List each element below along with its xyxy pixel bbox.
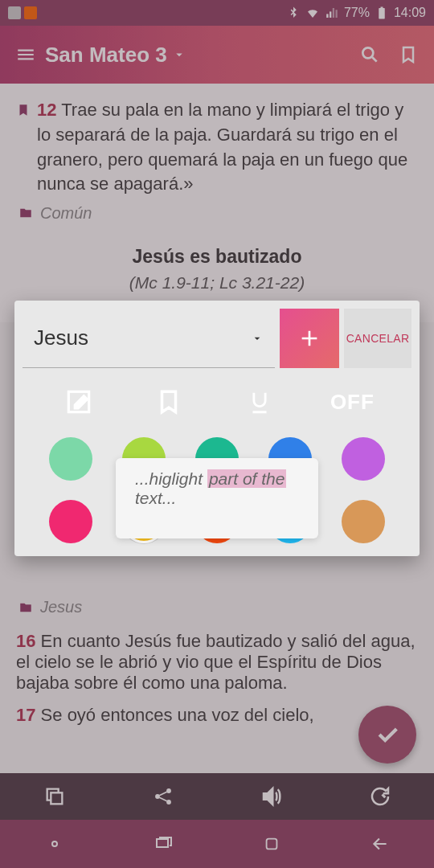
dropdown-value: Jesus — [34, 326, 88, 350]
tag-dropdown[interactable]: Jesus — [23, 309, 275, 368]
color-purple[interactable] — [342, 437, 385, 481]
color-tan[interactable] — [342, 500, 385, 543]
off-button[interactable]: OFF — [330, 390, 375, 415]
highlight-dialog: Jesus CANCELAR OFF ...higlight part of t… — [14, 301, 420, 556]
cancel-button[interactable]: CANCELAR — [344, 309, 411, 368]
note-button[interactable] — [59, 383, 98, 421]
chevron-down-icon — [251, 332, 264, 345]
bookmark-tool-button[interactable] — [149, 383, 188, 421]
add-button[interactable] — [280, 309, 339, 368]
color-mint[interactable] — [49, 437, 92, 481]
plus-icon — [297, 326, 322, 351]
color-pink[interactable] — [49, 500, 92, 543]
highlight-hint: ...higlight part of the text... — [116, 458, 318, 538]
underline-button[interactable] — [240, 383, 279, 421]
